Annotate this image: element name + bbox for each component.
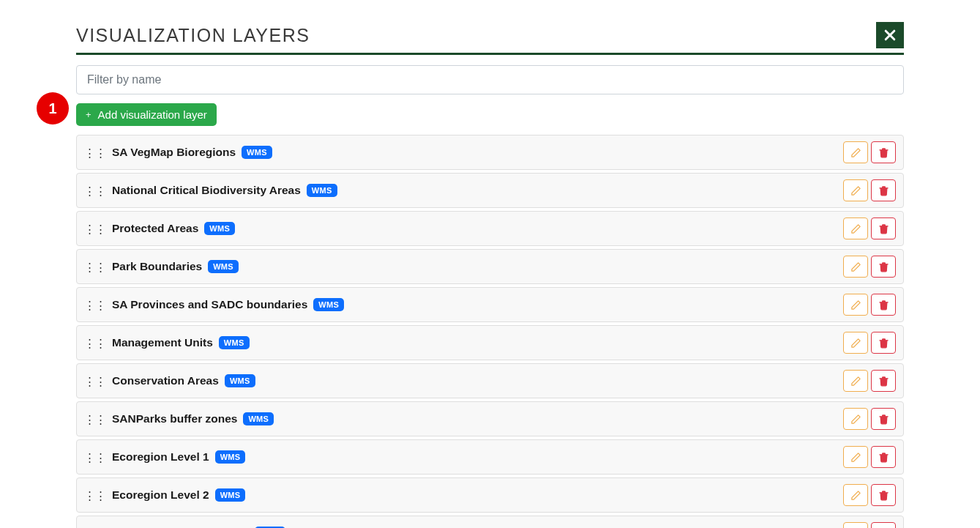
trash-icon [878,414,889,425]
layer-name: SANParks buffer zones [112,412,237,425]
layer-name: Management Units [112,336,213,349]
wms-badge: WMS [242,146,272,159]
delete-button[interactable] [871,408,896,430]
drag-handle-icon[interactable]: ⋮⋮ [84,147,106,158]
page-title: VISUALIZATION LAYERS [76,25,310,46]
layer-name: Ecoregion Level 2 [112,488,209,502]
layer-list: ⋮⋮SA VegMap BioregionsWMS⋮⋮National Crit… [76,135,904,528]
wms-badge: WMS [307,184,337,197]
edit-button[interactable] [843,370,868,392]
drag-handle-icon[interactable]: ⋮⋮ [84,223,106,234]
delete-button[interactable] [871,217,896,239]
filter-input[interactable] [76,65,904,94]
close-button[interactable] [876,22,904,48]
pencil-icon [850,338,861,349]
edit-button[interactable] [843,484,868,506]
delete-button[interactable] [871,332,896,354]
wms-badge: WMS [208,260,239,273]
wms-badge: WMS [204,222,235,235]
drag-handle-icon[interactable]: ⋮⋮ [84,185,106,196]
pencil-icon [850,147,861,158]
edit-button[interactable] [843,408,868,430]
wms-badge: WMS [219,336,250,349]
pencil-icon [850,223,861,234]
edit-button[interactable] [843,217,868,239]
layer-row: ⋮⋮Ecoregion Level 2WMS [76,477,904,513]
delete-button[interactable] [871,256,896,278]
drag-handle-icon[interactable]: ⋮⋮ [84,261,106,272]
pencil-icon [850,185,861,196]
layer-name: Protected Areas [112,222,198,235]
layer-row: ⋮⋮SANParks buffer zonesWMS [76,401,904,436]
delete-button[interactable] [871,446,896,468]
drag-handle-icon[interactable]: ⋮⋮ [84,414,106,425]
close-icon [883,28,897,42]
drag-handle-icon[interactable]: ⋮⋮ [84,338,106,349]
layer-row: ⋮⋮National Critical Biodiversity AreasWM… [76,173,904,208]
wms-badge: WMS [215,488,246,502]
edit-button[interactable] [843,522,868,528]
trash-icon [878,452,889,463]
wms-badge: WMS [313,298,344,311]
add-button-label: Add visualization layer [98,108,207,121]
delete-button[interactable] [871,179,896,201]
layer-name: SA VegMap Bioregions [112,146,236,159]
pencil-icon [850,261,861,272]
layer-row: ⋮⋮Geomorphological ZonesWMS [76,516,904,528]
drag-handle-icon[interactable]: ⋮⋮ [84,452,106,463]
pencil-icon [850,490,861,501]
drag-handle-icon[interactable]: ⋮⋮ [84,300,106,311]
trash-icon [878,185,889,196]
layer-row: ⋮⋮SA VegMap BioregionsWMS [76,135,904,170]
delete-button[interactable] [871,141,896,163]
layer-name: Conservation Areas [112,374,219,387]
edit-button[interactable] [843,294,868,316]
drag-handle-icon[interactable]: ⋮⋮ [84,490,106,501]
delete-button[interactable] [871,370,896,392]
pencil-icon [850,376,861,387]
wms-badge: WMS [225,374,255,387]
wms-badge: WMS [215,450,246,464]
trash-icon [878,376,889,387]
edit-button[interactable] [843,141,868,163]
plus-icon: + [86,109,91,120]
layer-row: ⋮⋮SA Provinces and SADC boundariesWMS [76,287,904,322]
trash-icon [878,490,889,501]
trash-icon [878,261,889,272]
layer-name: Ecoregion Level 1 [112,450,209,464]
panel-header: VISUALIZATION LAYERS [76,22,904,55]
trash-icon [878,338,889,349]
layer-name: National Critical Biodiversity Areas [112,184,301,197]
layer-name: SA Provinces and SADC boundaries [112,298,307,311]
wms-badge: WMS [243,412,274,425]
pencil-icon [850,414,861,425]
edit-button[interactable] [843,446,868,468]
edit-button[interactable] [843,256,868,278]
layer-row: ⋮⋮Protected AreasWMS [76,211,904,246]
trash-icon [878,223,889,234]
delete-button[interactable] [871,484,896,506]
delete-button[interactable] [871,294,896,316]
pencil-icon [850,452,861,463]
add-visualization-layer-button[interactable]: + Add visualization layer [76,103,217,126]
layer-row: ⋮⋮Conservation AreasWMS [76,363,904,398]
delete-button[interactable] [871,522,896,528]
edit-button[interactable] [843,179,868,201]
trash-icon [878,300,889,311]
pencil-icon [850,300,861,311]
layer-row: ⋮⋮Management UnitsWMS [76,325,904,360]
edit-button[interactable] [843,332,868,354]
step-marker: 1 [37,92,69,124]
drag-handle-icon[interactable]: ⋮⋮ [84,376,106,387]
layer-row: ⋮⋮Park BoundariesWMS [76,249,904,284]
layer-name: Park Boundaries [112,260,202,273]
trash-icon [878,147,889,158]
layer-row: ⋮⋮Ecoregion Level 1WMS [76,439,904,475]
